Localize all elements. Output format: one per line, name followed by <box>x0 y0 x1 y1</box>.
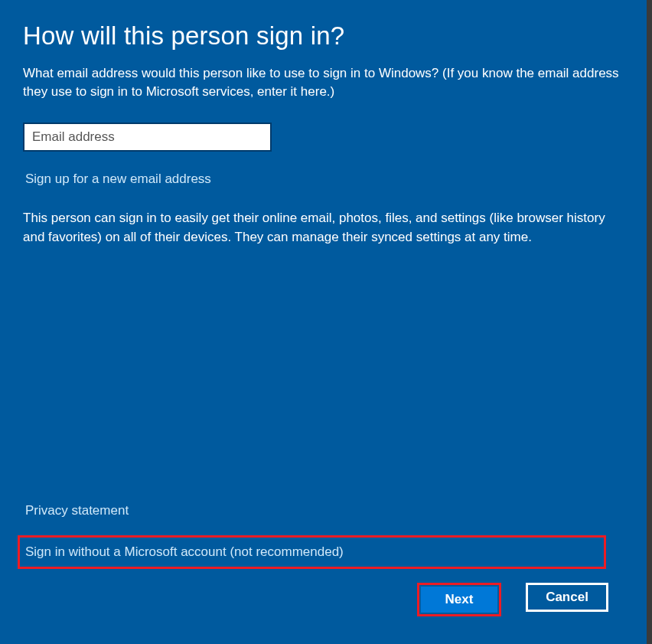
next-button[interactable]: Next <box>421 587 497 613</box>
next-button-highlight: Next <box>417 583 501 616</box>
dialog-subtitle: What email address would this person lik… <box>23 64 628 101</box>
signin-without-account-link[interactable]: Sign in without a Microsoft account (not… <box>25 544 344 559</box>
description-text: This person can sign in to easily get th… <box>23 208 628 247</box>
dialog-content: How will this person sign in? What email… <box>0 0 652 644</box>
signup-new-email-link[interactable]: Sign up for a new email address <box>25 172 211 187</box>
scrollbar-track[interactable] <box>647 0 652 644</box>
privacy-statement-link[interactable]: Privacy statement <box>25 503 129 518</box>
bottom-links: Privacy statement Sign in without a Micr… <box>25 503 629 583</box>
dialog-title: How will this person sign in? <box>23 21 629 51</box>
button-row: Next Cancel <box>23 583 629 621</box>
email-input[interactable] <box>23 123 272 152</box>
cancel-button[interactable]: Cancel <box>526 583 608 612</box>
signin-without-highlight: Sign in without a Microsoft account (not… <box>18 535 606 569</box>
